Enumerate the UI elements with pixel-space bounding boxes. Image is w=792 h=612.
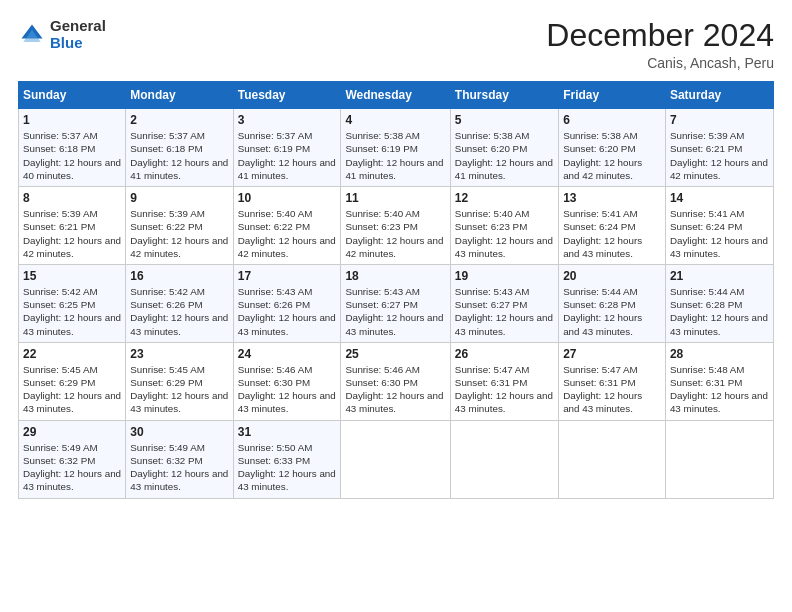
day-number: 30	[130, 425, 228, 439]
cell-w0-d0: 1 Sunrise: 5:37 AMSunset: 6:18 PMDayligh…	[19, 109, 126, 187]
cell-w4-d4	[450, 420, 558, 498]
cell-w2-d6: 21 Sunrise: 5:44 AMSunset: 6:28 PMDaylig…	[665, 264, 773, 342]
cell-w0-d2: 3 Sunrise: 5:37 AMSunset: 6:19 PMDayligh…	[233, 109, 341, 187]
day-info: Sunrise: 5:47 AMSunset: 6:31 PMDaylight:…	[455, 364, 553, 415]
day-number: 8	[23, 191, 121, 205]
calendar-table: Sunday Monday Tuesday Wednesday Thursday…	[18, 81, 774, 498]
cell-w4-d2: 31 Sunrise: 5:50 AMSunset: 6:33 PMDaylig…	[233, 420, 341, 498]
day-number: 13	[563, 191, 661, 205]
cell-w3-d5: 27 Sunrise: 5:47 AMSunset: 6:31 PMDaylig…	[559, 342, 666, 420]
cell-w4-d6	[665, 420, 773, 498]
day-info: Sunrise: 5:37 AMSunset: 6:18 PMDaylight:…	[23, 130, 121, 181]
day-number: 23	[130, 347, 228, 361]
cell-w1-d5: 13 Sunrise: 5:41 AMSunset: 6:24 PMDaylig…	[559, 187, 666, 265]
day-number: 18	[345, 269, 445, 283]
cell-w4-d0: 29 Sunrise: 5:49 AMSunset: 6:32 PMDaylig…	[19, 420, 126, 498]
col-friday: Friday	[559, 82, 666, 109]
cell-w3-d1: 23 Sunrise: 5:45 AMSunset: 6:29 PMDaylig…	[126, 342, 233, 420]
day-number: 31	[238, 425, 337, 439]
day-info: Sunrise: 5:43 AMSunset: 6:26 PMDaylight:…	[238, 286, 336, 337]
day-info: Sunrise: 5:38 AMSunset: 6:20 PMDaylight:…	[563, 130, 642, 181]
day-info: Sunrise: 5:41 AMSunset: 6:24 PMDaylight:…	[670, 208, 768, 259]
day-number: 19	[455, 269, 554, 283]
day-info: Sunrise: 5:42 AMSunset: 6:26 PMDaylight:…	[130, 286, 228, 337]
day-info: Sunrise: 5:37 AMSunset: 6:18 PMDaylight:…	[130, 130, 228, 181]
day-info: Sunrise: 5:45 AMSunset: 6:29 PMDaylight:…	[23, 364, 121, 415]
cell-w1-d6: 14 Sunrise: 5:41 AMSunset: 6:24 PMDaylig…	[665, 187, 773, 265]
day-number: 17	[238, 269, 337, 283]
header: General Blue December 2024 Canis, Ancash…	[18, 18, 774, 71]
week-row-4: 29 Sunrise: 5:49 AMSunset: 6:32 PMDaylig…	[19, 420, 774, 498]
logo-text: General Blue	[50, 18, 106, 51]
week-row-3: 22 Sunrise: 5:45 AMSunset: 6:29 PMDaylig…	[19, 342, 774, 420]
day-number: 5	[455, 113, 554, 127]
cell-w4-d5	[559, 420, 666, 498]
day-info: Sunrise: 5:50 AMSunset: 6:33 PMDaylight:…	[238, 442, 336, 493]
col-tuesday: Tuesday	[233, 82, 341, 109]
cell-w2-d2: 17 Sunrise: 5:43 AMSunset: 6:26 PMDaylig…	[233, 264, 341, 342]
day-info: Sunrise: 5:39 AMSunset: 6:21 PMDaylight:…	[23, 208, 121, 259]
logo: General Blue	[18, 18, 106, 51]
cell-w0-d1: 2 Sunrise: 5:37 AMSunset: 6:18 PMDayligh…	[126, 109, 233, 187]
day-info: Sunrise: 5:38 AMSunset: 6:19 PMDaylight:…	[345, 130, 443, 181]
day-info: Sunrise: 5:44 AMSunset: 6:28 PMDaylight:…	[563, 286, 642, 337]
cell-w0-d4: 5 Sunrise: 5:38 AMSunset: 6:20 PMDayligh…	[450, 109, 558, 187]
day-info: Sunrise: 5:42 AMSunset: 6:25 PMDaylight:…	[23, 286, 121, 337]
day-number: 1	[23, 113, 121, 127]
day-number: 3	[238, 113, 337, 127]
day-number: 27	[563, 347, 661, 361]
day-info: Sunrise: 5:39 AMSunset: 6:21 PMDaylight:…	[670, 130, 768, 181]
day-info: Sunrise: 5:38 AMSunset: 6:20 PMDaylight:…	[455, 130, 553, 181]
day-info: Sunrise: 5:45 AMSunset: 6:29 PMDaylight:…	[130, 364, 228, 415]
col-thursday: Thursday	[450, 82, 558, 109]
day-number: 21	[670, 269, 769, 283]
cell-w0-d3: 4 Sunrise: 5:38 AMSunset: 6:19 PMDayligh…	[341, 109, 450, 187]
day-info: Sunrise: 5:39 AMSunset: 6:22 PMDaylight:…	[130, 208, 228, 259]
title-block: December 2024 Canis, Ancash, Peru	[546, 18, 774, 71]
col-sunday: Sunday	[19, 82, 126, 109]
day-number: 26	[455, 347, 554, 361]
day-info: Sunrise: 5:43 AMSunset: 6:27 PMDaylight:…	[455, 286, 553, 337]
day-number: 14	[670, 191, 769, 205]
day-info: Sunrise: 5:49 AMSunset: 6:32 PMDaylight:…	[130, 442, 228, 493]
col-wednesday: Wednesday	[341, 82, 450, 109]
week-row-0: 1 Sunrise: 5:37 AMSunset: 6:18 PMDayligh…	[19, 109, 774, 187]
day-info: Sunrise: 5:46 AMSunset: 6:30 PMDaylight:…	[238, 364, 336, 415]
cell-w0-d5: 6 Sunrise: 5:38 AMSunset: 6:20 PMDayligh…	[559, 109, 666, 187]
day-number: 4	[345, 113, 445, 127]
day-info: Sunrise: 5:48 AMSunset: 6:31 PMDaylight:…	[670, 364, 768, 415]
day-info: Sunrise: 5:49 AMSunset: 6:32 PMDaylight:…	[23, 442, 121, 493]
cell-w1-d0: 8 Sunrise: 5:39 AMSunset: 6:21 PMDayligh…	[19, 187, 126, 265]
day-number: 10	[238, 191, 337, 205]
day-info: Sunrise: 5:40 AMSunset: 6:22 PMDaylight:…	[238, 208, 336, 259]
cell-w1-d3: 11 Sunrise: 5:40 AMSunset: 6:23 PMDaylig…	[341, 187, 450, 265]
day-number: 20	[563, 269, 661, 283]
week-row-2: 15 Sunrise: 5:42 AMSunset: 6:25 PMDaylig…	[19, 264, 774, 342]
cell-w2-d3: 18 Sunrise: 5:43 AMSunset: 6:27 PMDaylig…	[341, 264, 450, 342]
col-saturday: Saturday	[665, 82, 773, 109]
cell-w4-d1: 30 Sunrise: 5:49 AMSunset: 6:32 PMDaylig…	[126, 420, 233, 498]
col-monday: Monday	[126, 82, 233, 109]
day-number: 7	[670, 113, 769, 127]
cell-w1-d4: 12 Sunrise: 5:40 AMSunset: 6:23 PMDaylig…	[450, 187, 558, 265]
day-number: 2	[130, 113, 228, 127]
day-info: Sunrise: 5:47 AMSunset: 6:31 PMDaylight:…	[563, 364, 642, 415]
day-number: 9	[130, 191, 228, 205]
day-info: Sunrise: 5:44 AMSunset: 6:28 PMDaylight:…	[670, 286, 768, 337]
cell-w4-d3	[341, 420, 450, 498]
day-number: 28	[670, 347, 769, 361]
cell-w1-d1: 9 Sunrise: 5:39 AMSunset: 6:22 PMDayligh…	[126, 187, 233, 265]
cell-w2-d0: 15 Sunrise: 5:42 AMSunset: 6:25 PMDaylig…	[19, 264, 126, 342]
day-number: 12	[455, 191, 554, 205]
cell-w3-d6: 28 Sunrise: 5:48 AMSunset: 6:31 PMDaylig…	[665, 342, 773, 420]
day-info: Sunrise: 5:43 AMSunset: 6:27 PMDaylight:…	[345, 286, 443, 337]
logo-icon	[18, 21, 46, 49]
day-number: 15	[23, 269, 121, 283]
cell-w3-d4: 26 Sunrise: 5:47 AMSunset: 6:31 PMDaylig…	[450, 342, 558, 420]
cell-w2-d1: 16 Sunrise: 5:42 AMSunset: 6:26 PMDaylig…	[126, 264, 233, 342]
cell-w0-d6: 7 Sunrise: 5:39 AMSunset: 6:21 PMDayligh…	[665, 109, 773, 187]
day-info: Sunrise: 5:40 AMSunset: 6:23 PMDaylight:…	[345, 208, 443, 259]
week-row-1: 8 Sunrise: 5:39 AMSunset: 6:21 PMDayligh…	[19, 187, 774, 265]
page: General Blue December 2024 Canis, Ancash…	[0, 0, 792, 612]
day-number: 24	[238, 347, 337, 361]
